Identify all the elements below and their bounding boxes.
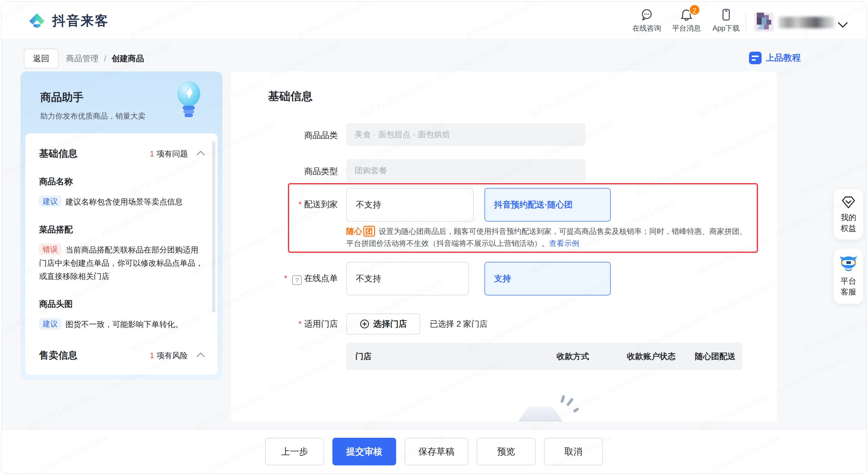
note-text: 设置为随心团商品后，顾客可使用抖音预约配送到家，可提高商品售卖及核销率；同时，错…	[346, 227, 747, 247]
float-label: 平台客服	[840, 276, 857, 297]
tutorial-link[interactable]: 上品教程	[749, 52, 801, 64]
logo-text: 抖音来客	[52, 12, 109, 30]
section-title: 售卖信息	[39, 349, 78, 362]
submit-review-button[interactable]: 提交审核	[333, 438, 396, 465]
assistant-issues-panel: 基础信息 1 项有问题 商品名称 建议建议名称包含使用场景等卖点信息 菜品搭配 …	[25, 133, 218, 375]
category-label: 商品品类	[239, 130, 338, 141]
suixintuan-logo: 随心团	[346, 227, 375, 236]
nav-label: 在线咨询	[632, 24, 661, 33]
issue-item-advice: 建议图货不一致，可能影响下单转化。	[39, 318, 205, 331]
advice-text: 建议名称包含使用场景等卖点信息	[65, 197, 183, 206]
app-frame: 抖音来客 在线咨询	[1, 1, 867, 474]
error-badge: 错误	[39, 243, 61, 255]
issue-text: 项有风险	[157, 350, 188, 361]
type-label: 商品类型	[239, 166, 338, 177]
issue-count: 1	[150, 351, 154, 360]
preview-button[interactable]: 预览	[477, 438, 535, 465]
cancel-button[interactable]: 取消	[544, 438, 603, 465]
tutorial-label: 上品教程	[766, 52, 801, 64]
sidebar-scrollbar[interactable]	[212, 141, 215, 312]
username-redacted	[778, 17, 834, 28]
back-button[interactable]: 返回	[24, 48, 59, 68]
form-title: 基础信息	[268, 89, 313, 104]
logo-icon	[27, 11, 47, 31]
lightbulb-icon	[173, 80, 205, 120]
selected-store-count: 已选择 2 家门店	[430, 313, 488, 335]
col-store: 门店	[346, 351, 557, 362]
header-divider	[745, 12, 746, 31]
product-assistant-panel: 商品助手 助力你发布优质商品，销量大卖 基础信息 1	[21, 71, 222, 379]
robot-mascot-icon	[839, 255, 858, 273]
breadcrumb-current: 创建商品	[112, 53, 144, 64]
issue-item-advice: 建议建议名称包含使用场景等卖点信息	[39, 195, 205, 208]
assistant-subtitle: 助力你发布优质商品，销量大卖	[40, 111, 146, 121]
top-nav: 在线咨询 平台消息 2 App下	[632, 8, 741, 33]
section-basic-info-header: 基础信息 1 项有问题	[39, 147, 205, 160]
section-title: 基础信息	[39, 147, 78, 160]
document-icon	[749, 52, 762, 64]
delivery-option-unsupported[interactable]: 不支持	[346, 188, 474, 222]
online-order-label: * ?在线点单	[239, 273, 338, 285]
stores-label: 适用门店	[239, 318, 338, 330]
platform-support-button[interactable]: 平台客服	[834, 249, 863, 304]
chevron-down-icon[interactable]	[838, 18, 848, 28]
plus-circle-icon	[360, 319, 370, 329]
section-status: 1 项有风险	[150, 350, 188, 361]
logo: 抖音来客	[27, 11, 109, 31]
breadcrumb-parent[interactable]: 商品管理	[66, 53, 99, 64]
help-icon[interactable]: ?	[292, 275, 302, 285]
my-benefits-button[interactable]: 我的权益	[834, 189, 863, 240]
advice-text: 图货不一致，可能影响下单转化。	[65, 320, 183, 329]
assistant-title: 商品助手	[40, 90, 84, 105]
category-input: 美食 · 面包甜点 · 面包烘焙	[346, 123, 586, 146]
view-example-link[interactable]: 查看示例	[549, 239, 579, 247]
delivery-note: 随心团设置为随心团商品后，顾客可使用抖音预约配送到家，可提高商品售卖及核销率；同…	[346, 225, 751, 249]
collapse-icon[interactable]	[196, 150, 205, 159]
empty-state-illustration	[517, 395, 586, 421]
avatar[interactable]	[754, 12, 774, 32]
select-store-label: 选择门店	[373, 318, 407, 330]
type-input: 团购套餐	[346, 159, 586, 182]
footer-action-bar: 上一步 提交审核 保存草稿 预览 取消	[2, 429, 866, 474]
issue-item-label: 菜品搭配	[39, 224, 205, 235]
issue-item-advice: 错误当前商品搭配关联标品在部分团购适用门店中未创建点单品，你可以修改标品点单品，…	[39, 243, 205, 283]
previous-step-button[interactable]: 上一步	[265, 438, 324, 465]
top-bar: 抖音来客 在线咨询	[2, 2, 866, 38]
message-count-badge: 2	[689, 4, 700, 15]
online-order-option-supported[interactable]: 支持	[485, 262, 611, 296]
suggest-badge: 建议	[39, 318, 61, 329]
nav-label: 平台消息	[672, 24, 701, 33]
nav-label: App下载	[713, 24, 740, 33]
nav-app-download[interactable]: App下载	[711, 8, 741, 33]
nav-platform-messages[interactable]: 平台消息 2	[672, 8, 702, 33]
col-suixintuan-delivery: 随心团配送	[695, 351, 742, 362]
online-order-option-unsupported[interactable]: 不支持	[346, 262, 469, 296]
delivery-option-reserve-group[interactable]: 抖音预约配送·随心团	[485, 188, 611, 222]
chat-icon	[640, 8, 654, 22]
breadcrumb-separator: /	[104, 54, 106, 63]
advice-text: 当前商品搭配关联标品在部分团购适用门店中未创建点单品，你可以修改标品点单品，或直…	[39, 245, 203, 281]
diamond-icon	[841, 196, 856, 209]
issue-text: 项有问题	[157, 148, 188, 159]
select-store-button[interactable]: 选择门店	[346, 313, 420, 335]
issue-item-label: 商品名称	[39, 176, 205, 188]
store-table-header: 门店 收款方式 收款账户状态 随心团配送	[346, 343, 742, 370]
collapse-icon[interactable]	[196, 352, 205, 360]
nav-online-consult[interactable]: 在线咨询	[632, 8, 662, 33]
issue-count: 1	[150, 149, 154, 159]
section-status: 1 项有问题	[150, 148, 188, 159]
phone-icon	[719, 8, 733, 22]
col-account-status: 收款账户状态	[627, 351, 695, 362]
save-draft-button[interactable]: 保存草稿	[405, 438, 468, 465]
suggest-badge: 建议	[39, 196, 61, 207]
issue-item-label: 商品头图	[39, 299, 205, 310]
col-payment-method: 收款方式	[557, 351, 627, 362]
delivery-label: 配送到家	[239, 199, 338, 210]
basic-info-form-card: 基础信息 商品品类 美食 · 面包甜点 · 面包烘焙 商品类型 团购套餐 配送到…	[231, 71, 777, 421]
breadcrumb: 商品管理 / 创建商品	[66, 48, 144, 68]
float-label: 我的权益	[840, 212, 857, 234]
section-sale-info-header: 售卖信息 1 项有风险	[39, 349, 205, 362]
